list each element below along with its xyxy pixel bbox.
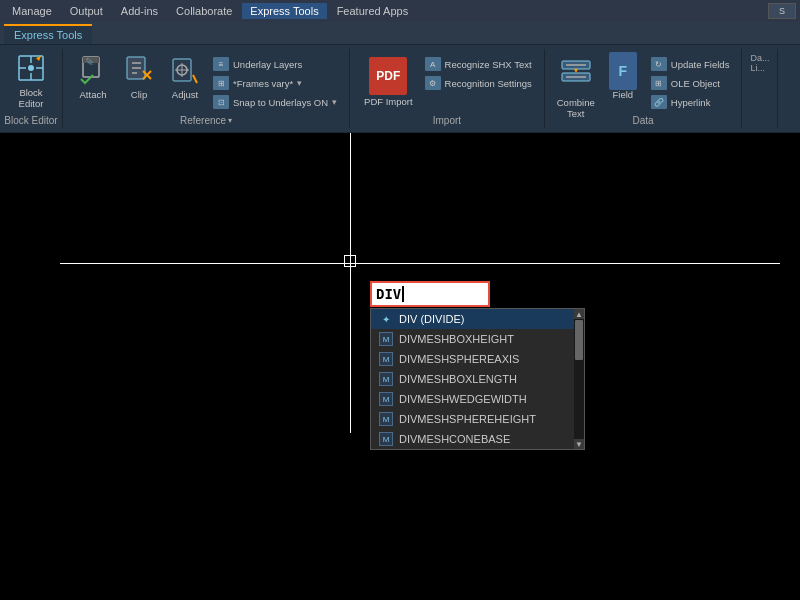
hyperlink-icon: 🔗 [651, 95, 667, 109]
autocomplete-label-2: DIVMESHSPHEREAXIS [399, 353, 519, 365]
menu-featuredapps[interactable]: Featured Apps [329, 3, 417, 19]
update-fields-label: Update Fields [671, 59, 730, 70]
command-input-value: DIV [376, 286, 401, 302]
underlay-layers-button[interactable]: ≡ Underlay Layers [209, 55, 341, 73]
clip-button[interactable]: Clip [117, 53, 161, 102]
snap-to-underlays-label: Snap to Underlays ON [233, 97, 328, 108]
autocomplete-label-3: DIVMESHBOXLENGTH [399, 373, 517, 385]
command-input[interactable]: DIV [370, 281, 490, 307]
group-label-blockeditor: Block Editor [0, 115, 62, 126]
menu-bar: Manage Output Add-ins Collaborate Expres… [0, 0, 800, 22]
autocomplete-item-2[interactable]: M DIVMESHSPHEREAXIS [371, 349, 584, 369]
group-label-import: Import [350, 115, 544, 126]
field-button[interactable]: F Field [601, 53, 645, 102]
attach-label: Attach [80, 89, 107, 100]
snap-to-underlays-icon: ⊡ [213, 95, 229, 109]
recognition-settings-button[interactable]: ⚙ Recognition Settings [421, 74, 536, 92]
menu-addins[interactable]: Add-ins [113, 3, 166, 19]
canvas-area: DIV ✦ DIV (DIVIDE) M DIVMESHBOXHEIGHT M … [0, 133, 800, 600]
block-editor-icon [16, 53, 46, 85]
adjust-button[interactable]: Adjust [163, 53, 207, 102]
profile-icon[interactable]: S [768, 3, 796, 19]
tab-expresstools[interactable]: Express Tools [4, 24, 92, 44]
ribbon-content: BlockEditor Block Editor 📎 [0, 44, 800, 132]
divide-icon: ✦ [379, 312, 393, 326]
field-icon: F [607, 55, 639, 87]
recognize-shx-button[interactable]: A Recognize SHX Text [421, 55, 536, 73]
autocomplete-scrollbar: ▲ ▼ [574, 309, 584, 449]
recognize-shx-label: Recognize SHX Text [445, 59, 532, 70]
scroll-down-arrow[interactable]: ▼ [574, 439, 584, 449]
frames-vary-icon: ⊞ [213, 76, 229, 90]
clip-label: Clip [131, 89, 147, 100]
attach-icon: 📎 [77, 55, 109, 87]
autocomplete-label-divide: DIV (DIVIDE) [399, 313, 464, 325]
snap-dropdown-arrow: ▾ [332, 97, 337, 107]
adjust-label: Adjust [172, 89, 198, 100]
autocomplete-item-5[interactable]: M DIVMESHSPHEREHEIGHT [371, 409, 584, 429]
svg-point-1 [28, 65, 34, 71]
attach-button[interactable]: 📎 Attach [71, 53, 115, 102]
cursor-caret [402, 286, 404, 302]
ribbon: Express Tools BlockEditor [0, 22, 800, 133]
drawing-line-h [60, 263, 350, 264]
adjust-icon [169, 55, 201, 87]
command-input-wrapper: DIV [370, 281, 490, 307]
hyperlink-button[interactable]: 🔗 Hyperlink [647, 93, 734, 111]
extra-label: Da...Li... [748, 49, 771, 91]
pdf-import-label: PDF Import [364, 96, 413, 107]
menu-manage[interactable]: Manage [4, 3, 60, 19]
ole-object-label: OLE Object [671, 78, 720, 89]
mesh-icon-5: M [379, 412, 393, 426]
frames-vary-dropdown: ▾ [297, 78, 302, 88]
snap-to-underlays-button[interactable]: ⊡ Snap to Underlays ON ▾ [209, 93, 341, 111]
mesh-icon-3: M [379, 372, 393, 386]
block-editor-label: BlockEditor [19, 87, 44, 110]
scroll-thumb[interactable] [575, 320, 583, 360]
hyperlink-label: Hyperlink [671, 97, 711, 108]
import-stacked: A Recognize SHX Text ⚙ Recognition Setti… [421, 53, 536, 110]
mesh-icon-4: M [379, 392, 393, 406]
clip-icon [123, 55, 155, 87]
recognition-settings-icon: ⚙ [425, 76, 441, 90]
autocomplete-item-1[interactable]: M DIVMESHBOXHEIGHT [371, 329, 584, 349]
reference-expand-icon[interactable]: ▾ [228, 116, 232, 125]
ribbon-group-blockeditor: BlockEditor Block Editor [0, 49, 63, 128]
recognition-settings-label: Recognition Settings [445, 78, 532, 89]
mesh-icon-2: M [379, 352, 393, 366]
autocomplete-item-4[interactable]: M DIVMESHWEDGEWIDTH [371, 389, 584, 409]
scroll-track [574, 319, 584, 439]
cursor-square [344, 255, 356, 267]
ole-object-button[interactable]: ⊞ OLE Object [647, 74, 734, 92]
underlay-layers-label: Underlay Layers [233, 59, 302, 70]
svg-line-19 [193, 75, 197, 83]
autocomplete-dropdown: ✦ DIV (DIVIDE) M DIVMESHBOXHEIGHT M DIVM… [370, 308, 585, 450]
autocomplete-item-divide[interactable]: ✦ DIV (DIVIDE) [371, 309, 584, 329]
svg-text:📎: 📎 [86, 58, 94, 66]
autocomplete-label-6: DIVMESHCONEBASE [399, 433, 510, 445]
menu-expresstools[interactable]: Express Tools [242, 3, 326, 19]
update-fields-button[interactable]: ↻ Update Fields [647, 55, 734, 73]
ribbon-group-reference: 📎 Attach [63, 49, 350, 128]
frames-vary-button[interactable]: ⊞ *Frames vary* ▾ [209, 74, 341, 92]
ribbon-group-extra: Da...Li... [742, 49, 778, 128]
menu-collaborate[interactable]: Collaborate [168, 3, 240, 19]
autocomplete-label-4: DIVMESHWEDGEWIDTH [399, 393, 527, 405]
ribbon-group-import: PDF PDF Import A Recognize SHX Text ⚙ Re… [350, 49, 545, 128]
field-label: Field [612, 89, 633, 100]
autocomplete-label-5: DIVMESHSPHEREHEIGHT [399, 413, 536, 425]
ole-object-icon: ⊞ [651, 76, 667, 90]
import-buttons: PDF PDF Import A Recognize SHX Text ⚙ Re… [356, 49, 538, 143]
underlay-layers-icon: ≡ [213, 57, 229, 71]
autocomplete-item-3[interactable]: M DIVMESHBOXLENGTH [371, 369, 584, 389]
crosshair-h-right [350, 263, 780, 264]
recognize-shx-icon: A [425, 57, 441, 71]
mesh-icon-1: M [379, 332, 393, 346]
autocomplete-item-6[interactable]: M DIVMESHCONEBASE [371, 429, 584, 449]
menu-output[interactable]: Output [62, 3, 111, 19]
ribbon-group-data: CombineText F Field ↻ Update Fields [545, 49, 743, 128]
group-label-reference: Reference ▾ [63, 115, 349, 126]
pdf-icon: PDF [369, 57, 407, 95]
combine-text-icon [560, 57, 592, 95]
scroll-up-arrow[interactable]: ▲ [574, 309, 584, 319]
